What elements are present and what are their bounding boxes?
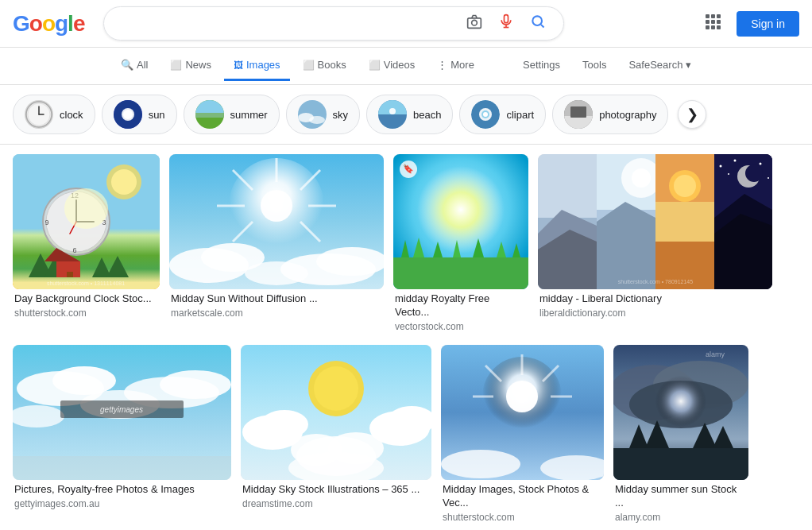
- chip-clock-label: clock: [60, 109, 83, 121]
- nav-videos-label: Videos: [384, 59, 416, 71]
- image-meta-5: Pictures, Royalty-free Photos & Images g…: [13, 480, 231, 513]
- svg-text:6: 6: [72, 246, 76, 254]
- svg-point-96: [632, 168, 651, 188]
- voice-search-button[interactable]: [493, 14, 519, 33]
- svg-text:alamy: alamy: [706, 350, 725, 358]
- filter-chips: clock sun summer: [0, 85, 812, 145]
- svg-point-112: [760, 163, 762, 165]
- image-card-3[interactable]: 🔖 midday Royalty Free Vecto... vectorsto…: [393, 154, 528, 335]
- svg-text:shutterstock.com • 780912145: shutterstock.com • 780912145: [618, 279, 693, 284]
- search-input[interactable]: midday: [117, 17, 455, 31]
- nav-news[interactable]: ⬜ News: [160, 51, 221, 81]
- svg-rect-78: [393, 257, 528, 289]
- svg-line-6: [541, 25, 544, 28]
- image-source-1: shutterstock.com: [14, 308, 158, 319]
- nav-safesearch[interactable]: SafeSearch ▾: [619, 51, 701, 81]
- image-title-4: midday - Liberal Dictionary: [539, 292, 771, 306]
- svg-text:gettyimages: gettyimages: [100, 405, 143, 414]
- svg-point-1: [472, 20, 478, 25]
- svg-rect-2: [505, 15, 508, 23]
- search-button[interactable]: [525, 14, 551, 33]
- svg-point-130: [243, 419, 278, 443]
- svg-point-77: [417, 166, 505, 253]
- image-title-5: Pictures, Royalty-free Photos & Images: [14, 483, 230, 497]
- nav-all-label: All: [137, 59, 148, 71]
- image-source-4: liberaldictionary.com: [539, 308, 771, 319]
- videos-nav-icon: ⬜: [369, 60, 381, 71]
- image-row-2: gettyimages Pictures, Royalty-free Photo…: [13, 345, 799, 526]
- svg-rect-10: [706, 20, 710, 24]
- image-title-3: midday Royalty Free Vecto...: [395, 292, 527, 319]
- image-card-6[interactable]: Midday Sky Stock Illustrations – 365 ...…: [241, 345, 431, 513]
- chip-sun[interactable]: sun: [102, 95, 177, 134]
- image-card-2[interactable]: Midday Sun Without Diffusion ... markets…: [169, 154, 384, 322]
- chip-summer-label: summer: [230, 109, 268, 121]
- svg-point-141: [516, 390, 528, 403]
- image-grid: 12 3 6 9: [0, 145, 812, 530]
- svg-point-44: [46, 191, 106, 252]
- chip-clipart[interactable]: clipart: [459, 95, 546, 134]
- apps-button[interactable]: [702, 10, 724, 37]
- nav-settings[interactable]: Settings: [513, 51, 570, 81]
- chip-sun-label: sun: [149, 109, 165, 121]
- nav-books[interactable]: ⬜ Books: [293, 51, 356, 81]
- chip-summer[interactable]: summer: [184, 95, 280, 134]
- svg-rect-11: [711, 20, 715, 24]
- nav-more[interactable]: ⋮ More: [427, 51, 484, 81]
- chip-summer-thumbnail: [195, 100, 224, 129]
- image-card-8[interactable]: alamy Midday summer sun Stock ... alamy.…: [613, 345, 748, 526]
- svg-point-117: [52, 366, 116, 395]
- logo-letter-g2: g: [55, 11, 68, 36]
- chips-next-arrow[interactable]: ❯: [678, 100, 706, 129]
- chip-beach-label: beach: [413, 109, 441, 121]
- logo-letter-o2: o: [42, 11, 55, 36]
- image-thumbnail-8: alamy: [613, 345, 748, 480]
- svg-rect-24: [195, 100, 224, 113]
- svg-rect-8: [711, 14, 715, 18]
- svg-rect-7: [706, 14, 710, 18]
- image-card-5[interactable]: gettyimages Pictures, Royalty-free Photo…: [13, 345, 231, 513]
- chip-sky-label: sky: [333, 109, 349, 121]
- camera-search-button[interactable]: [462, 14, 487, 33]
- svg-point-102: [674, 175, 696, 197]
- svg-point-119: [160, 370, 231, 399]
- image-meta-1: Day Background Clock Stoc... shutterstoc…: [13, 289, 160, 322]
- nav-right: Settings Tools SafeSearch ▾: [513, 51, 701, 81]
- nav-tools[interactable]: Tools: [573, 51, 616, 81]
- image-card-1[interactable]: 12 3 6 9: [13, 154, 160, 322]
- image-meta-4: midday - Liberal Dictionary liberaldicti…: [538, 289, 772, 322]
- more-nav-icon: ⋮: [437, 59, 447, 71]
- nav-images[interactable]: 🖼 Images: [224, 51, 290, 81]
- image-card-4[interactable]: shutterstock.com • 780912145 midday - Li…: [538, 154, 772, 322]
- image-source-8: alamy.com: [615, 512, 747, 523]
- image-meta-2: Midday Sun Without Diffusion ... markets…: [169, 289, 384, 322]
- nav-bar: 🔍 All ⬜ News 🖼 Images ⬜ Books ⬜ Videos ⋮…: [0, 48, 812, 85]
- image-meta-3: midday Royalty Free Vecto... vectorstock…: [393, 289, 528, 335]
- svg-point-111: [728, 173, 729, 175]
- chip-clock[interactable]: clock: [13, 95, 95, 134]
- nav-videos[interactable]: ⬜ Videos: [359, 51, 425, 81]
- image-title-7: Midday Images, Stock Photos & Vec...: [443, 483, 602, 510]
- nav-all[interactable]: 🔍 All: [111, 51, 157, 81]
- chip-beach[interactable]: beach: [366, 95, 453, 134]
- image-card-7[interactable]: Midday Images, Stock Photos & Vec... shu…: [441, 345, 604, 526]
- header-right: Sign in: [702, 10, 799, 37]
- chip-photography-thumbnail: [564, 100, 593, 129]
- svg-rect-9: [717, 14, 721, 18]
- chip-photography-label: photography: [599, 109, 656, 121]
- chip-sky[interactable]: sky: [286, 95, 361, 134]
- svg-point-22: [123, 110, 133, 119]
- svg-point-110: [734, 160, 737, 162]
- image-source-5: gettyimages.com.au: [14, 498, 230, 509]
- sign-in-button[interactable]: Sign in: [737, 11, 799, 37]
- chip-photography[interactable]: photography: [552, 95, 668, 134]
- google-logo: Google: [13, 11, 84, 37]
- news-nav-icon: ⬜: [170, 60, 182, 71]
- image-thumbnail-6: [241, 345, 431, 480]
- svg-rect-14: [711, 25, 715, 29]
- svg-point-28: [309, 116, 325, 124]
- logo-letter-g: G: [13, 11, 29, 36]
- chip-sky-thumbnail: [298, 100, 327, 129]
- image-source-7: shutterstock.com: [443, 512, 602, 523]
- image-title-2: Midday Sun Without Diffusion ...: [171, 292, 382, 306]
